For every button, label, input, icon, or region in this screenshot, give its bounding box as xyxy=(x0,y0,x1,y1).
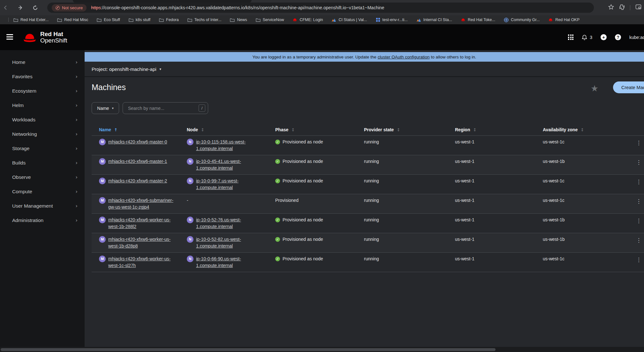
brand-line1: Red Hat xyxy=(40,31,67,37)
node-link[interactable]: ip-10-0-52-82.us-west-1.compute.internal xyxy=(196,236,265,249)
sidebar-item-networking[interactable]: Networking› xyxy=(0,127,85,141)
node-link[interactable]: ip-10-0-45-41.us-west-1.compute.internal xyxy=(196,158,265,172)
node-badge-icon: N xyxy=(187,178,193,184)
bookmark-item[interactable]: CI Status | Val... xyxy=(331,18,367,22)
region: us-west-1 xyxy=(448,155,535,174)
extensions-icon[interactable] xyxy=(619,4,625,11)
redhat-icon xyxy=(548,18,553,22)
bookmark-item[interactable]: News xyxy=(230,18,247,22)
availability-zone: us-west-1b xyxy=(535,155,626,174)
scrollbar-thumb[interactable] xyxy=(1,348,496,351)
machine-link[interactable]: mhjacks-r420-xfxw6-master-0 xyxy=(108,139,167,145)
node-badge-icon: N xyxy=(187,139,193,145)
sidebar-item-home[interactable]: Home› xyxy=(0,55,85,69)
search-input[interactable] xyxy=(123,103,196,114)
menu-toggle-icon[interactable] xyxy=(6,34,13,40)
sidebar-item-favorites[interactable]: Favorites› xyxy=(0,69,85,84)
favorite-star-icon[interactable]: ★ xyxy=(591,83,598,93)
kebab-menu-icon[interactable] xyxy=(636,136,644,155)
bookmark-item[interactable]: Eco Stuff xyxy=(97,18,120,22)
phase-text: Provisioned as node xyxy=(283,256,323,262)
create-machine-button[interactable]: Create Machine xyxy=(613,81,644,93)
node-link[interactable]: ip-10-0-115-158.us-west-1.compute.intern… xyxy=(196,139,265,152)
column-header-availability-zone[interactable]: Availability zone↕ xyxy=(535,127,626,132)
filter-type-dropdown[interactable]: Name ▾ xyxy=(92,102,119,114)
sidebar-item-helm[interactable]: Helm› xyxy=(0,98,85,112)
kebab-menu-icon[interactable] xyxy=(636,175,644,194)
sidebar-item-compute[interactable]: Compute› xyxy=(0,184,85,199)
sidebar-item-administration[interactable]: Administration› xyxy=(0,213,85,227)
bookmark-item[interactable]: Techs of Inter... xyxy=(187,18,222,22)
bookmark-item[interactable]: Fedora xyxy=(159,18,179,22)
bookmark-item[interactable]: k8s stuff xyxy=(129,18,150,22)
address-bar[interactable]: Not secure https://console-openshift-con… xyxy=(47,3,594,13)
sidebar-item-builds[interactable]: Builds› xyxy=(0,156,85,170)
bookmark-item[interactable]: ServiceNow xyxy=(256,18,284,22)
machine-link[interactable]: mhjacks-r420-xfxw6-worker-us-west-1b-288… xyxy=(108,217,176,230)
bookmark-item[interactable]: Red Hat Toke... xyxy=(461,18,495,22)
brand-logo[interactable]: Red Hat OpenShift xyxy=(22,31,67,44)
phase-text: Provisioned as node xyxy=(283,217,323,223)
bookmark-item[interactable]: Internal CI Sta... xyxy=(416,18,452,22)
kebab-menu-icon[interactable] xyxy=(636,214,644,233)
notifications-button[interactable]: 3 xyxy=(582,34,592,40)
bookmark-item[interactable]: Red Hat Misc xyxy=(57,18,88,22)
user-menu[interactable]: kube:admin xyxy=(629,35,644,40)
kebab-menu-icon[interactable] xyxy=(636,233,644,252)
node-link[interactable]: ip-10-0-52-76.us-west-1.compute.internal xyxy=(196,217,265,230)
bookmark-star-icon[interactable] xyxy=(608,4,614,11)
region: us-west-1 xyxy=(448,136,535,155)
nav-label: Helm xyxy=(12,103,24,108)
sidebar-item-observe[interactable]: Observe› xyxy=(0,170,85,184)
sidebar-item-user-management[interactable]: User Management› xyxy=(0,199,85,213)
forward-icon[interactable] xyxy=(17,4,24,11)
column-header-name[interactable]: Name↑ xyxy=(92,127,179,132)
kebab-menu-icon[interactable] xyxy=(636,155,644,174)
horizontal-scrollbar[interactable] xyxy=(0,347,644,352)
bookmark-item[interactable]: Community Gr... xyxy=(504,18,540,22)
node-link[interactable]: ip-10-0-99-7.us-west-1.compute.internal xyxy=(196,178,265,191)
bell-icon xyxy=(582,34,587,40)
bookmark-label: k8s stuff xyxy=(136,18,150,22)
machine-link[interactable]: mhjacks-r420-xfxw6-worker-us-west-1b-d28… xyxy=(108,236,176,249)
oauth-config-link[interactable]: cluster OAuth configuration xyxy=(378,55,430,59)
availability-zone: us-west-1b xyxy=(535,233,626,252)
machine-link[interactable]: mhjacks-r420-xfxw6-submariner-gw-us-west… xyxy=(108,197,176,210)
machine-link[interactable]: mhjacks-r420-xfxw6-master-1 xyxy=(108,158,167,165)
notification-count: 3 xyxy=(590,35,592,40)
bookmark-label: Red Hat Exter... xyxy=(20,18,49,22)
redhat-icon xyxy=(461,18,466,22)
bookmark-item[interactable]: test-env-r...ti... xyxy=(376,18,408,22)
project-selector[interactable]: Project: openshift-machine-api ▾ xyxy=(85,62,644,77)
bookmark-item[interactable]: Red Hat Exter... xyxy=(13,18,49,22)
reload-icon[interactable] xyxy=(31,4,39,11)
nav-label: Builds xyxy=(12,160,26,166)
side-panel-icon[interactable] xyxy=(635,4,641,11)
bookmark-item[interactable]: Red Hat OKP xyxy=(548,18,580,22)
machine-link[interactable]: mhjacks-r420-xfxw6-worker-us-west-1c-sl2… xyxy=(108,256,176,269)
machine-link[interactable]: mhjacks-r420-xfxw6-master-2 xyxy=(108,178,167,184)
sidebar-item-ecosystem[interactable]: Ecosystem› xyxy=(0,84,85,98)
sidebar-item-workloads[interactable]: Workloads› xyxy=(0,112,85,127)
bookmark-label: Red Hat OKP xyxy=(555,18,580,22)
column-header-region[interactable]: Region↕ xyxy=(448,127,535,132)
nav-label: Observe xyxy=(12,174,31,180)
page-header: Machines ★ Create Machine xyxy=(85,78,644,102)
node-link[interactable]: ip-10-0-66-90.us-west-1.compute.internal xyxy=(196,256,265,269)
url-scheme: https xyxy=(91,5,101,10)
back-icon[interactable] xyxy=(2,4,10,11)
app-launcher-icon[interactable] xyxy=(568,34,573,40)
column-header-phase[interactable]: Phase↕ xyxy=(268,127,357,132)
column-header-node[interactable]: Node↕ xyxy=(179,127,268,132)
bookmark-item[interactable]: CFME: Login xyxy=(292,18,323,22)
url-text: https://console-openshift-console.apps.m… xyxy=(91,5,384,10)
help-icon[interactable]: ? xyxy=(615,34,621,40)
phase-text: Provisioned as node xyxy=(283,236,323,243)
table-row: Mmhjacks-r420-xfxw6-worker-us-west-1b-28… xyxy=(92,213,644,233)
not-secure-badge[interactable]: Not secure xyxy=(52,4,87,11)
add-icon[interactable]: + xyxy=(601,34,607,40)
sidebar-item-storage[interactable]: Storage› xyxy=(0,141,85,156)
kebab-menu-icon[interactable] xyxy=(636,194,644,213)
column-header-provider-state[interactable]: Provider state↕ xyxy=(357,127,448,132)
kebab-menu-icon[interactable] xyxy=(636,253,644,272)
